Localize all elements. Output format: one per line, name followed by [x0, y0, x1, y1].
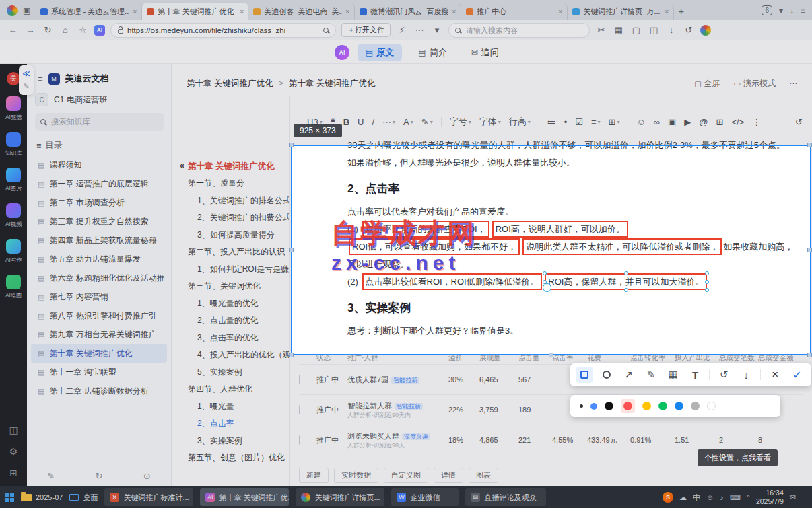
save-download-tool[interactable]: ↓	[738, 367, 754, 383]
bullet-list-button[interactable]: •	[564, 117, 568, 127]
ordered-list-button[interactable]: ≔	[547, 117, 556, 127]
selection-handle[interactable]	[807, 353, 812, 357]
capture-icon[interactable]: ▢	[630, 25, 642, 35]
color-swatch[interactable]	[707, 402, 716, 410]
rail-item-ai-select[interactable]: AI甄选	[5, 96, 23, 122]
chevron-down-icon[interactable]: ▾	[431, 25, 443, 35]
task-window[interactable]: W企业微信	[391, 488, 459, 506]
toc-title[interactable]: « 第十章 关键词推广优化	[180, 161, 289, 172]
toc-item[interactable]: 1、关键词推广的排名公式	[180, 192, 289, 210]
undo-tool[interactable]: ↺	[716, 367, 732, 383]
more-actions-icon[interactable]: ⋯	[789, 79, 797, 88]
selection-handle[interactable]	[289, 143, 294, 147]
nav-search-box[interactable]	[448, 23, 590, 38]
mention-button[interactable]: @	[699, 117, 708, 127]
indent-button[interactable]: ⊞▾	[609, 117, 620, 127]
sidebar-item[interactable]: ▤第九章 万相台无界关键词推广	[27, 325, 171, 344]
url-text[interactable]: https://os.medeyun.com/file/zhishiku/cla…	[127, 26, 319, 34]
settings-gear-icon[interactable]: ⚙	[9, 446, 18, 457]
sidebar-collapse-floater[interactable]: ≪ ✎	[19, 65, 34, 95]
plugin-icon[interactable]: ◫	[9, 425, 18, 435]
tray-emoji-icon[interactable]: ☺	[706, 493, 714, 501]
browser-tab[interactable]: 美迪创客_美迪电商_美... ×	[248, 3, 355, 20]
forward-icon[interactable]: →	[24, 25, 36, 35]
sidebar-item[interactable]: ▤第三章 提升权重之自然搜索	[27, 212, 171, 231]
table-button[interactable]: ⊞	[716, 117, 724, 127]
tab-ask-more[interactable]: ✉ 追问	[463, 44, 507, 61]
toc-item[interactable]: 第二节、投入产出比的认识	[180, 244, 289, 261]
color-swatch-selected-wrap[interactable]	[621, 399, 635, 413]
selection-handle[interactable]	[807, 143, 812, 147]
ai-assistant-badge-icon[interactable]: AI	[94, 25, 105, 36]
color-swatch[interactable]	[658, 402, 667, 410]
rail-item-ai-video[interactable]: AI视频	[5, 203, 23, 229]
details-button[interactable]: 详情	[434, 468, 463, 483]
lightning-icon[interactable]: ⚡	[396, 25, 408, 35]
sidebar-item[interactable]: ▤第十二章 店铺诊断数据分析	[27, 382, 171, 400]
tab-original-text[interactable]: ▤ 原文	[358, 44, 402, 61]
medi-red-logo-icon[interactable]: 美	[7, 72, 20, 85]
sidebar-menu-icon[interactable]: ≡	[38, 74, 43, 84]
breadcrumb-part[interactable]: 第十章 关键词推广优化	[289, 78, 375, 89]
browser-tab[interactable]: 推广中心 ×	[461, 3, 568, 20]
show-desktop-edge[interactable]	[805, 486, 807, 508]
start-button-icon[interactable]	[5, 493, 14, 502]
color-swatch[interactable]	[675, 402, 683, 410]
power-icon[interactable]: ⊙	[143, 471, 151, 481]
undo-button[interactable]: ↺	[795, 117, 803, 127]
selection-handle[interactable]	[289, 353, 294, 357]
link-button[interactable]: ∞	[654, 117, 660, 127]
tray-ime-icon[interactable]: 中	[693, 493, 700, 503]
pen-tool[interactable]: ✎	[643, 367, 659, 383]
apps-icon[interactable]: ⊞	[9, 468, 18, 478]
toc-item[interactable]: 1、曝光量	[180, 398, 289, 416]
screenshot-selection[interactable]	[291, 145, 811, 355]
highlight-button[interactable]: ✎▾	[421, 117, 433, 127]
task-window-active[interactable]: AI第十章 关键词推广优...	[200, 488, 289, 506]
back-icon[interactable]: ←	[7, 25, 19, 35]
knowledge-search-box[interactable]	[35, 113, 164, 131]
sidebar-item[interactable]: ▤第五章 助力店铺流量爆发	[27, 250, 171, 268]
audience-name[interactable]: 智能拉新人群	[347, 402, 392, 410]
toc-item-active[interactable]: 2、点击率	[180, 415, 289, 433]
task-window[interactable]: ✕关键词推广标准计...	[104, 488, 193, 506]
course-selector[interactable]: C C1-电商运营班	[35, 93, 164, 106]
fullscreen-button[interactable]: ▢全屏	[694, 78, 720, 89]
tab-close-icon[interactable]: ×	[558, 7, 562, 15]
browser-tab-active[interactable]: 第十章 关键词推广优化 ×	[142, 3, 248, 20]
tray-keyboard-icon[interactable]: ⌨	[730, 493, 741, 502]
color-swatch[interactable]	[691, 402, 700, 410]
browser-logo-icon[interactable]	[7, 5, 18, 16]
align-button[interactable]: ≡▾	[591, 117, 601, 127]
new-button[interactable]: 新建	[299, 468, 329, 483]
audience-name[interactable]: 浏览未购买人群	[347, 432, 399, 440]
stroke-size-large-selected[interactable]	[590, 403, 597, 410]
chart-button[interactable]: 图表	[469, 468, 498, 483]
mosaic-tool[interactable]: ▦	[665, 367, 681, 383]
toc-item[interactable]: 第一节、质量分	[180, 175, 289, 192]
workspace-icon[interactable]: ▣	[23, 6, 30, 15]
tab-count-badge[interactable]: 6	[762, 5, 772, 15]
text-tool[interactable]: T	[687, 367, 704, 383]
home-icon[interactable]: ⌂	[59, 25, 71, 35]
video-button[interactable]: ▶	[684, 117, 691, 127]
toc-item[interactable]: 第三节、关键词优化	[180, 278, 289, 295]
tab-close-icon[interactable]: ×	[133, 7, 137, 15]
text-color-button[interactable]: A▾	[403, 117, 413, 127]
toc-item[interactable]: 第五节、创意（图片）优化	[180, 449, 289, 467]
address-bar[interactable]: https://os.medeyun.com/file/zhishiku/cla…	[110, 23, 336, 38]
line-height-button[interactable]: 行高▾	[509, 116, 531, 128]
presentation-mode-button[interactable]: ▭演示模式	[734, 78, 776, 89]
cancel-capture-button[interactable]: ×	[767, 367, 783, 383]
pin-edit-icon[interactable]: ✎	[23, 82, 29, 91]
rail-item-ai-writing[interactable]: AI写作	[5, 239, 23, 264]
more-tools-button[interactable]: ⋮	[752, 117, 761, 127]
sidebar-item[interactable]: ▤第六章 标题精细化优化及活动推	[27, 268, 171, 287]
sidebar-item[interactable]: ▤第七章 内容营销	[27, 287, 171, 306]
tray-expand-icon[interactable]: ^	[747, 493, 750, 501]
row-checkbox[interactable]	[299, 375, 300, 384]
sidebar-item-selected[interactable]: ▤第十章 关键词推广优化	[31, 344, 167, 363]
new-tab-button[interactable]: +	[678, 5, 684, 17]
bookmark-star-icon[interactable]: ☆	[77, 25, 89, 35]
toc-item[interactable]: 3、如何提高质量得分	[180, 227, 289, 244]
